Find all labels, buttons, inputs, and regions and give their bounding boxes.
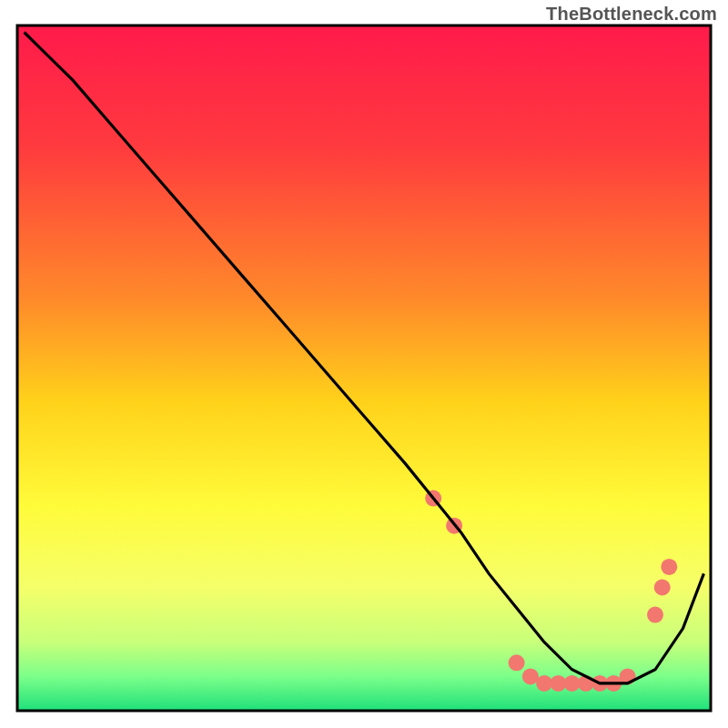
marker-point bbox=[654, 580, 671, 596]
marker-point bbox=[509, 654, 525, 671]
watermark-text: TheBottleneck.com bbox=[546, 4, 717, 25]
marker-point bbox=[536, 675, 552, 692]
bottleneck-chart: TheBottleneck.com bbox=[0, 0, 728, 728]
marker-point bbox=[661, 559, 677, 575]
chart-svg bbox=[0, 0, 728, 728]
marker-point bbox=[647, 607, 663, 623]
heatmap-background bbox=[17, 25, 711, 711]
